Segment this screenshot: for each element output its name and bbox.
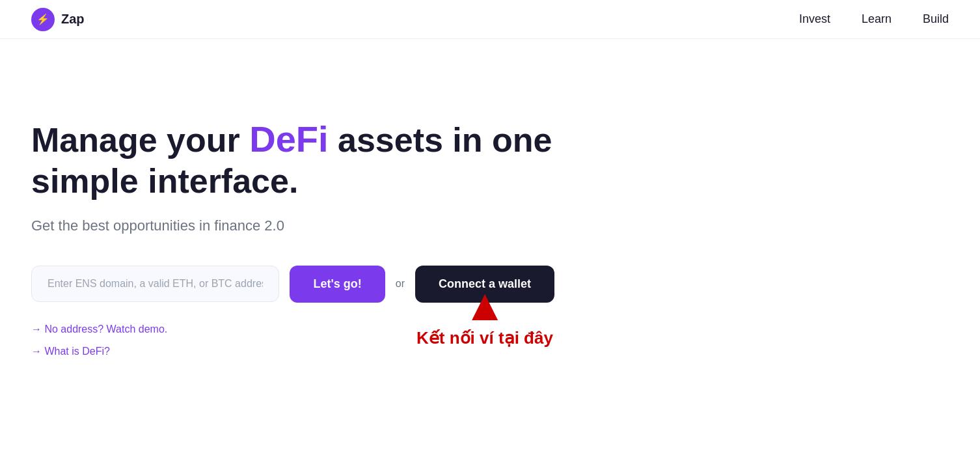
- nav-links: Invest Learn Build: [799, 12, 949, 26]
- address-input[interactable]: [31, 266, 279, 302]
- logo-icon: ⚡: [31, 8, 55, 31]
- input-row: Let's go! or Connect a wallet Kết nối ví…: [31, 266, 554, 303]
- hero-title-defi: DeFi: [249, 118, 328, 159]
- hero-subtitle: Get the best opportunities in finance 2.…: [31, 217, 554, 234]
- hero-title-prefix: Manage your: [31, 121, 249, 159]
- or-label: or: [396, 278, 405, 290]
- letsgo-button[interactable]: Let's go!: [290, 266, 385, 303]
- nav-link-invest[interactable]: Invest: [799, 12, 830, 26]
- annotation-arrow: Kết nối ví tại đây: [416, 294, 553, 348]
- logo[interactable]: ⚡ Zap: [31, 8, 85, 31]
- logo-text: Zap: [61, 12, 85, 27]
- annotation-text: Kết nối ví tại đây: [416, 328, 553, 348]
- nav-link-build[interactable]: Build: [923, 12, 949, 26]
- hero-section: Manage your DeFi assets in one simple in…: [0, 39, 586, 409]
- arrow-up-icon: [472, 294, 498, 320]
- connect-wallet-wrapper: Connect a wallet Kết nối ví tại đây: [415, 266, 554, 303]
- hero-title: Manage your DeFi assets in one simple in…: [31, 117, 554, 202]
- navbar: ⚡ Zap Invest Learn Build: [0, 0, 980, 39]
- nav-link-learn[interactable]: Learn: [862, 12, 892, 26]
